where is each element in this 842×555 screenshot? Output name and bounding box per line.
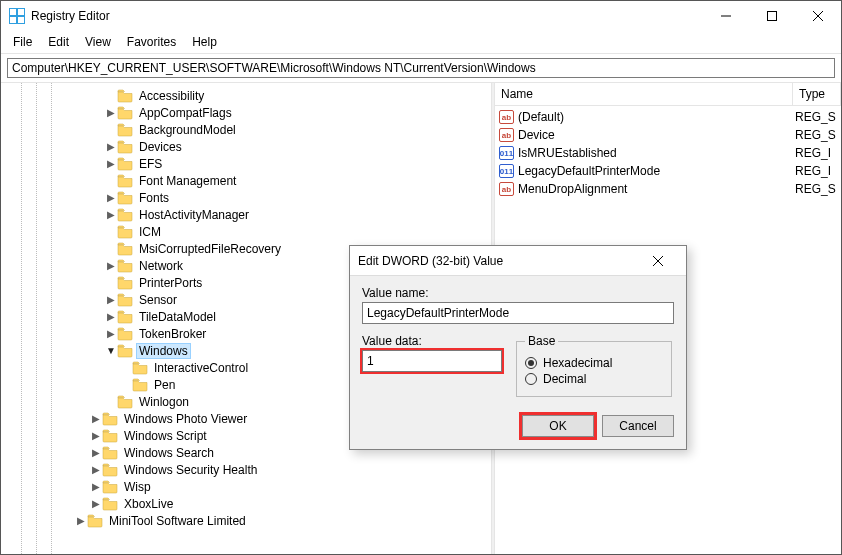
tree-node-label: XboxLive	[122, 497, 175, 511]
chevron-right-icon[interactable]: ▶	[90, 465, 102, 475]
radio-icon	[525, 373, 537, 385]
reg-binary-icon: 011	[499, 164, 514, 178]
tree-node-label: Font Management	[137, 174, 238, 188]
folder-icon	[117, 242, 133, 256]
tree-node[interactable]: ▶EFS	[1, 155, 491, 172]
value-name-input[interactable]	[362, 302, 674, 324]
chevron-right-icon[interactable]: ▶	[75, 516, 87, 526]
tree-node[interactable]: ▶AppCompatFlags	[1, 104, 491, 121]
tree-node-label: Windows	[137, 344, 190, 358]
value-row[interactable]: 011LegacyDefaultPrinterModeREG_I	[495, 162, 841, 180]
tree-node[interactable]: Accessibility	[1, 87, 491, 104]
folder-icon	[102, 480, 118, 494]
tree-node-label: EFS	[137, 157, 164, 171]
tree-node[interactable]: ▶Wisp	[1, 478, 491, 495]
menu-file[interactable]: File	[7, 33, 38, 51]
folder-icon	[117, 225, 133, 239]
svg-rect-2	[18, 9, 24, 15]
column-type[interactable]: Type	[793, 83, 841, 105]
folder-icon	[117, 123, 133, 137]
value-row[interactable]: abDeviceREG_S	[495, 126, 841, 144]
radio-hexadecimal[interactable]: Hexadecimal	[525, 356, 663, 370]
value-name: (Default)	[518, 110, 791, 124]
menu-favorites[interactable]: Favorites	[121, 33, 182, 51]
folder-icon	[117, 395, 133, 409]
tree-node-label: ICM	[137, 225, 163, 239]
dialog-close-button[interactable]	[638, 246, 678, 275]
titlebar: Registry Editor	[1, 1, 841, 31]
menu-help[interactable]: Help	[186, 33, 223, 51]
tree-node[interactable]: ICM	[1, 223, 491, 240]
base-legend: Base	[525, 334, 558, 348]
menu-edit[interactable]: Edit	[42, 33, 75, 51]
cancel-button[interactable]: Cancel	[602, 415, 674, 437]
tree-node-label: TokenBroker	[137, 327, 208, 341]
tree-node-label: Wisp	[122, 480, 153, 494]
tree-node-label: Pen	[152, 378, 177, 392]
value-row[interactable]: abMenuDropAlignmentREG_S	[495, 180, 841, 198]
ok-button[interactable]: OK	[522, 415, 594, 437]
minimize-button[interactable]	[703, 1, 749, 31]
base-fieldset: Base Hexadecimal Decimal	[516, 334, 672, 397]
chevron-right-icon[interactable]: ▶	[90, 431, 102, 441]
value-type: REG_S	[795, 110, 841, 124]
folder-icon	[117, 174, 133, 188]
folder-icon	[102, 429, 118, 443]
values-header: Name Type	[495, 83, 841, 106]
chevron-right-icon[interactable]: ▶	[105, 261, 117, 271]
menubar: FileEditViewFavoritesHelp	[1, 31, 841, 54]
tree-node[interactable]: ▶Fonts	[1, 189, 491, 206]
folder-icon	[102, 497, 118, 511]
svg-rect-1	[10, 9, 16, 15]
tree-node[interactable]: ▶XboxLive	[1, 495, 491, 512]
chevron-right-icon[interactable]: ▶	[105, 193, 117, 203]
folder-icon	[87, 514, 103, 528]
value-type: REG_S	[795, 128, 841, 142]
tree-node[interactable]: Font Management	[1, 172, 491, 189]
value-row[interactable]: ab(Default)REG_S	[495, 108, 841, 126]
reg-string-icon: ab	[499, 182, 514, 196]
chevron-right-icon[interactable]: ▶	[105, 142, 117, 152]
dialog-titlebar: Edit DWORD (32-bit) Value	[350, 246, 686, 276]
chevron-right-icon[interactable]: ▶	[90, 482, 102, 492]
folder-icon	[117, 106, 133, 120]
close-icon	[653, 256, 663, 266]
tree-node[interactable]: ▶Windows Security Health	[1, 461, 491, 478]
chevron-right-icon[interactable]: ▶	[105, 108, 117, 118]
svg-rect-4	[18, 17, 24, 23]
chevron-right-icon[interactable]: ▶	[105, 329, 117, 339]
radio-decimal[interactable]: Decimal	[525, 372, 663, 386]
tree-node-label: Devices	[137, 140, 184, 154]
chevron-right-icon[interactable]: ▶	[105, 312, 117, 322]
address-input[interactable]: Computer\HKEY_CURRENT_USER\SOFTWARE\Micr…	[7, 58, 835, 78]
folder-icon	[117, 310, 133, 324]
value-data-label: Value data:	[362, 334, 502, 348]
tree-node[interactable]: ▶Devices	[1, 138, 491, 155]
folder-icon	[117, 191, 133, 205]
value-name: LegacyDefaultPrinterMode	[518, 164, 791, 178]
folder-icon	[102, 463, 118, 477]
tree-node-label: InteractiveControl	[152, 361, 250, 375]
chevron-right-icon[interactable]: ▶	[105, 210, 117, 220]
chevron-down-icon[interactable]: ▼	[105, 346, 117, 356]
chevron-right-icon[interactable]: ▶	[90, 414, 102, 424]
tree-node-label: Windows Photo Viewer	[122, 412, 249, 426]
tree-node[interactable]: ▶HostActivityManager	[1, 206, 491, 223]
tree-node[interactable]: ▶MiniTool Software Limited	[1, 512, 491, 529]
maximize-button[interactable]	[749, 1, 795, 31]
value-data-input[interactable]	[362, 350, 502, 372]
column-name[interactable]: Name	[495, 83, 793, 105]
tree-node-label: Windows Search	[122, 446, 216, 460]
folder-icon	[117, 327, 133, 341]
close-button[interactable]	[795, 1, 841, 31]
menu-view[interactable]: View	[79, 33, 117, 51]
folder-icon	[132, 361, 148, 375]
chevron-right-icon[interactable]: ▶	[90, 448, 102, 458]
chevron-right-icon[interactable]: ▶	[105, 159, 117, 169]
chevron-right-icon[interactable]: ▶	[90, 499, 102, 509]
chevron-right-icon[interactable]: ▶	[105, 295, 117, 305]
tree-node[interactable]: BackgroundModel	[1, 121, 491, 138]
value-name: IsMRUEstablished	[518, 146, 791, 160]
regedit-icon	[9, 8, 25, 24]
value-row[interactable]: 011IsMRUEstablishedREG_I	[495, 144, 841, 162]
